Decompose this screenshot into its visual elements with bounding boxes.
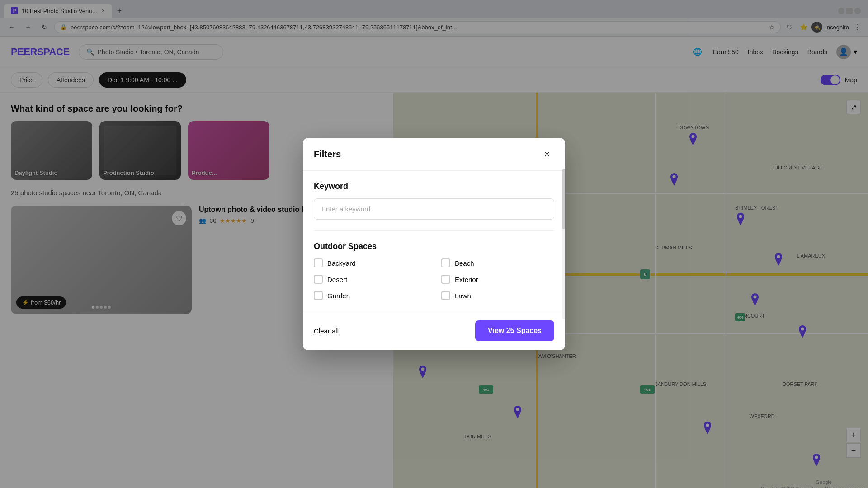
checkbox-label-lawn: Lawn: [455, 292, 471, 300]
checkbox-desert[interactable]: Desert: [314, 275, 427, 284]
checkbox-box-beach[interactable]: [441, 258, 450, 267]
filters-modal: Filters × Keyword Outdoor Spaces Backyar…: [303, 138, 565, 350]
keyword-section: Keyword: [314, 182, 554, 220]
modal-footer: Clear all View 25 Spaces: [303, 311, 565, 350]
checkbox-lawn[interactable]: Lawn: [441, 291, 554, 300]
section-divider: [314, 230, 554, 231]
checkbox-label-backyard: Backyard: [327, 259, 356, 267]
checkbox-label-exterior: Exterior: [455, 276, 478, 283]
checkbox-box-desert[interactable]: [314, 275, 323, 284]
checkbox-backyard[interactable]: Backyard: [314, 258, 427, 267]
view-spaces-button[interactable]: View 25 Spaces: [475, 320, 554, 341]
checkbox-garden[interactable]: Garden: [314, 291, 427, 300]
keyword-section-label: Keyword: [314, 182, 554, 191]
outdoor-checkboxes-grid: Backyard Beach Desert Exterior Garden: [314, 258, 554, 300]
checkbox-box-lawn[interactable]: [441, 291, 450, 300]
checkbox-label-garden: Garden: [327, 292, 350, 300]
checkbox-box-exterior[interactable]: [441, 275, 450, 284]
checkbox-box-garden[interactable]: [314, 291, 323, 300]
checkbox-box-backyard[interactable]: [314, 258, 323, 267]
modal-title: Filters: [314, 149, 341, 160]
modal-body: Keyword Outdoor Spaces Backyard Beach De…: [303, 171, 565, 311]
outdoor-spaces-section: Outdoor Spaces Backyard Beach Desert Ext…: [314, 242, 554, 300]
checkbox-exterior[interactable]: Exterior: [441, 275, 554, 284]
checkbox-label-beach: Beach: [455, 259, 474, 267]
checkbox-beach[interactable]: Beach: [441, 258, 554, 267]
keyword-input[interactable]: [314, 198, 554, 220]
modal-close-button[interactable]: ×: [540, 147, 554, 161]
modal-header: Filters ×: [303, 138, 565, 171]
outdoor-section-label: Outdoor Spaces: [314, 242, 554, 251]
clear-all-button[interactable]: Clear all: [314, 327, 339, 335]
checkbox-label-desert: Desert: [327, 276, 347, 283]
